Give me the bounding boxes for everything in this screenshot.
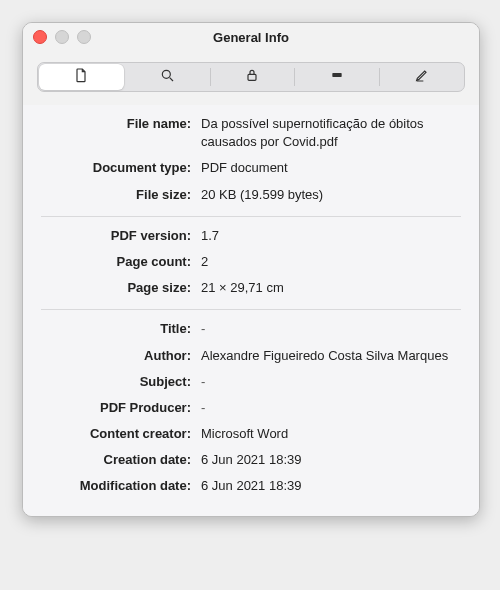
svg-rect-2 (248, 74, 256, 80)
tab-search[interactable] (125, 63, 210, 91)
minimize-window-button[interactable] (55, 30, 69, 44)
row-document-type: Document type: PDF document (41, 155, 461, 181)
value-creation-date: 6 Jun 2021 18:39 (201, 451, 461, 469)
label-creation-date: Creation date: (41, 451, 201, 469)
row-subject: Subject: - (41, 369, 461, 395)
row-content-creator: Content creator: Microsoft Word (41, 421, 461, 447)
value-author: Alexandre Figueiredo Costa Silva Marques (201, 347, 461, 365)
info-tab-segmented (37, 62, 465, 92)
value-document-type: PDF document (201, 159, 461, 177)
label-author: Author: (41, 347, 201, 365)
value-subject: - (201, 373, 461, 391)
window-title: General Info (23, 30, 479, 45)
value-title: - (201, 320, 461, 338)
label-modification-date: Modification date: (41, 477, 201, 495)
value-pdf-producer: - (201, 399, 461, 417)
row-page-count: Page count: 2 (41, 249, 461, 275)
row-modification-date: Modification date: 6 Jun 2021 18:39 (41, 473, 461, 499)
toolbar (23, 52, 479, 105)
label-content-creator: Content creator: (41, 425, 201, 443)
value-pdf-version: 1.7 (201, 227, 461, 245)
row-file-name: File name: Da possível supernotificação … (41, 111, 461, 155)
label-subject: Subject: (41, 373, 201, 391)
label-page-count: Page count: (41, 253, 201, 271)
general-info-window: General Info (22, 22, 480, 517)
row-file-size: File size: 20 KB (19.599 bytes) (41, 182, 461, 208)
row-creation-date: Creation date: 6 Jun 2021 18:39 (41, 447, 461, 473)
svg-rect-3 (332, 73, 341, 77)
label-page-size: Page size: (41, 279, 201, 297)
value-page-size: 21 × 29,71 cm (201, 279, 461, 297)
row-author: Author: Alexandre Figueiredo Costa Silva… (41, 343, 461, 369)
tab-edit[interactable] (379, 63, 464, 91)
label-pdf-version: PDF version: (41, 227, 201, 245)
value-content-creator: Microsoft Word (201, 425, 461, 443)
label-file-name: File name: (41, 115, 201, 151)
svg-point-0 (163, 70, 171, 78)
svg-line-1 (170, 78, 173, 81)
info-content: File name: Da possível supernotificação … (23, 105, 479, 516)
row-page-size: Page size: 21 × 29,71 cm (41, 275, 461, 301)
label-title: Title: (41, 320, 201, 338)
row-title: Title: - (41, 316, 461, 342)
tab-security[interactable] (210, 63, 295, 91)
lock-icon (244, 67, 260, 87)
label-document-type: Document type: (41, 159, 201, 177)
zoom-window-button[interactable] (77, 30, 91, 44)
pencil-icon (414, 67, 430, 87)
tab-file-info[interactable] (39, 64, 124, 90)
label-file-size: File size: (41, 186, 201, 204)
tab-display[interactable] (294, 63, 379, 91)
separator-2 (41, 309, 461, 310)
value-file-name: Da possível supernotificação de óbitos c… (201, 115, 461, 151)
value-modification-date: 6 Jun 2021 18:39 (201, 477, 461, 495)
document-icon (73, 67, 89, 87)
window-controls (33, 30, 91, 44)
close-window-button[interactable] (33, 30, 47, 44)
row-pdf-version: PDF version: 1.7 (41, 223, 461, 249)
value-file-size: 20 KB (19.599 bytes) (201, 186, 461, 204)
value-page-count: 2 (201, 253, 461, 271)
label-pdf-producer: PDF Producer: (41, 399, 201, 417)
crop-icon (329, 67, 345, 87)
magnifier-icon (159, 67, 175, 87)
separator-1 (41, 216, 461, 217)
titlebar: General Info (23, 23, 479, 52)
row-pdf-producer: PDF Producer: - (41, 395, 461, 421)
